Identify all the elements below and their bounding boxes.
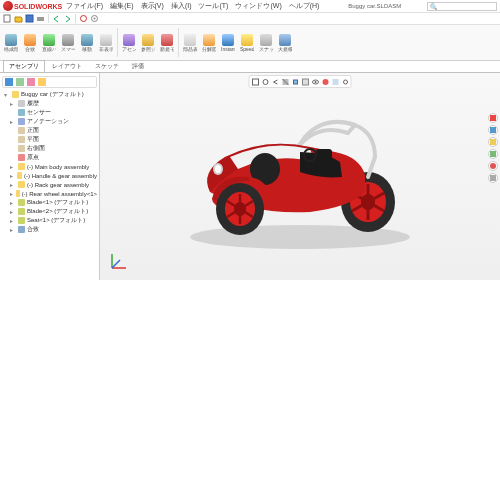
buggy-car-model[interactable] [170,97,430,257]
help-search-input[interactable]: 🔍 [427,2,497,11]
app-logo-text: SOLIDWORKS [14,3,62,10]
ds-logo-icon [3,1,13,11]
tree-main-body[interactable]: ▸(-) Main body assembly [2,162,97,171]
menu-window[interactable]: ウィンドウ(W) [232,1,284,11]
redo-icon[interactable] [63,14,72,23]
reference-geometry-button[interactable]: 参照ジオ [139,26,157,59]
svg-rect-0 [4,15,10,22]
tree-seat[interactable]: ▸Seat<1> (デフォルト) [2,216,97,225]
tree-origin[interactable]: 原点 [2,153,97,162]
tab-evaluate[interactable]: 評価 [126,60,150,72]
view-palette-icon[interactable] [488,149,498,159]
move-component-button[interactable]: 移動 [78,26,96,59]
print-icon[interactable] [36,14,45,23]
svg-rect-13 [293,80,297,84]
svg-rect-10 [252,79,258,85]
view-settings-icon[interactable] [341,77,350,86]
tree-mates[interactable]: ▸合致 [2,225,97,234]
tree-annotations[interactable]: ▸アノテーション [2,117,97,126]
tree-front-plane[interactable]: 正面 [2,126,97,135]
page-lower-whitespace [0,280,500,500]
quick-access-toolbar [0,13,500,25]
heads-up-view-toolbar [249,75,352,88]
solidworks-window: SOLIDWORKS ファイル(F) 編集(E) 表示(V) 挿入(I) ツール… [0,0,500,280]
insert-component-button[interactable]: 構成部品 [2,26,20,59]
edit-appearance-icon[interactable] [321,77,330,86]
menu-file[interactable]: ファイル(F) [63,1,106,11]
dimxpert-icon[interactable] [38,78,46,86]
menu-tools[interactable]: ツール(T) [195,1,231,11]
rebuild-icon[interactable] [79,14,88,23]
menu-view[interactable]: 表示(V) [138,1,167,11]
save-icon[interactable] [25,14,34,23]
new-motion-study-button[interactable]: 新規モー [158,26,176,59]
appearances-icon[interactable] [488,161,498,171]
menu-edit[interactable]: 編集(E) [107,1,136,11]
svg-rect-21 [490,127,496,133]
menu-help[interactable]: ヘルプ(H) [286,1,323,11]
zoom-to-fit-icon[interactable] [251,77,260,86]
snapshot-button[interactable]: スナップ [257,26,275,59]
open-icon[interactable] [14,14,23,23]
options-icon[interactable] [90,14,99,23]
featuremanager-icon[interactable] [5,78,13,86]
solidworks-resources-icon[interactable] [488,113,498,123]
zoom-to-area-icon[interactable] [261,77,270,86]
svg-point-17 [322,79,328,85]
design-library-icon[interactable] [488,125,498,135]
view-orientation-icon[interactable] [291,77,300,86]
hide-show-icon[interactable] [311,77,320,86]
svg-rect-7 [16,78,24,86]
tree-top-plane[interactable]: 平面 [2,135,97,144]
propertymanager-icon[interactable] [16,78,24,86]
tree-handle-gear[interactable]: ▸(-) Handle & gear assembly [2,171,97,180]
menubar: SOLIDWORKS ファイル(F) 編集(E) 表示(V) 挿入(I) ツール… [0,0,500,13]
feature-manager-tree[interactable]: ▾Buggy car (デフォルト) ▸履歴 センサー ▸アノテーション 正面 … [0,73,100,280]
svg-rect-14 [302,79,308,85]
display-style-icon[interactable] [301,77,310,86]
smart-fasteners-button[interactable]: スマート [59,26,77,59]
exploded-view-button[interactable]: 分解図 [200,26,218,59]
tab-assembly[interactable]: アセンブリ [3,60,45,72]
orientation-triad-icon[interactable] [108,250,130,272]
file-explorer-icon[interactable] [488,137,498,147]
tab-sketch[interactable]: スケッチ [89,60,125,72]
instant3d-button[interactable]: Instant3D [219,26,237,59]
tab-layout[interactable]: レイアウト [46,60,88,72]
tree-blade2[interactable]: ▸Blade<2> (デフォルト) [2,207,97,216]
tree-rear-wheel[interactable]: ▸(-) Rear wheel assembly<1> [2,189,97,198]
svg-point-11 [263,79,268,84]
custom-properties-icon[interactable] [488,173,498,183]
speedpak-button[interactable]: SpeedPak [238,26,256,59]
menu-insert[interactable]: 挿入(I) [168,1,195,11]
show-hidden-button[interactable]: 非表示 [97,26,115,59]
new-icon[interactable] [3,14,12,23]
tree-right-plane[interactable]: 右側面 [2,144,97,153]
bom-button[interactable]: 部品表 [181,26,199,59]
svg-rect-36 [316,149,332,169]
previous-view-icon[interactable] [271,77,280,86]
mate-button[interactable]: 合致 [21,26,39,59]
svg-point-46 [215,165,221,173]
tree-blade1[interactable]: ▸Blade<1> (デフォルト) [2,198,97,207]
svg-rect-2 [37,17,44,21]
content-area: ▾Buggy car (デフォルト) ▸履歴 センサー ▸アノテーション 正面 … [0,73,500,280]
linear-pattern-button[interactable]: 直線パターン [40,26,58,59]
tree-rack-gear[interactable]: ▸(-) Rack gear assembly [2,180,97,189]
svg-point-3 [81,16,87,22]
app-logo: SOLIDWORKS [3,1,62,11]
svg-rect-9 [38,78,46,86]
large-assembly-button[interactable]: 大規模 [276,26,294,59]
tree-root[interactable]: ▾Buggy car (デフォルト) [2,90,97,99]
assembly-features-button[interactable]: アセンブリ [120,26,138,59]
graphics-viewport[interactable] [100,73,500,280]
configmanager-icon[interactable] [27,78,35,86]
section-view-icon[interactable] [281,77,290,86]
tree-sensors[interactable]: センサー [2,108,97,117]
undo-icon[interactable] [52,14,61,23]
tree-history[interactable]: ▸履歴 [2,99,97,108]
svg-point-19 [343,80,347,84]
apply-scene-icon[interactable] [331,77,340,86]
svg-rect-23 [490,151,496,157]
task-pane-tabs [488,113,498,183]
